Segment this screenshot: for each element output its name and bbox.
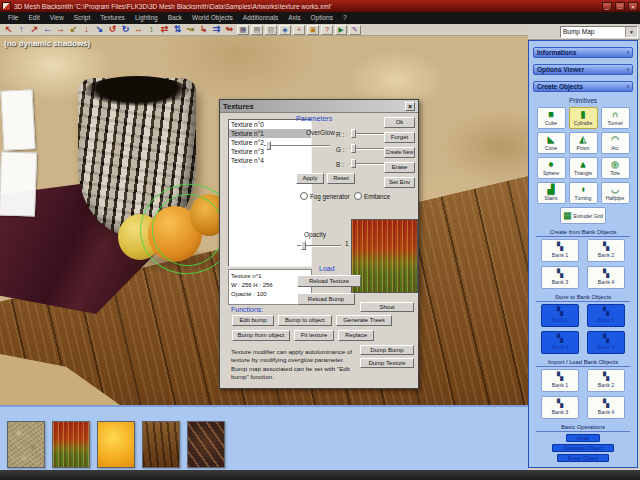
apply-button[interactable]: Apply	[296, 173, 324, 184]
primitive-cone-button[interactable]: ◣ Cone	[537, 132, 566, 154]
emitance-radio[interactable]: Emitance	[354, 192, 390, 200]
primitive-sphere-button[interactable]: ● Sphere	[537, 157, 566, 179]
texture-thumbnail-wood[interactable]	[142, 421, 180, 468]
slider-handle[interactable]	[351, 129, 356, 138]
close-button[interactable]: ×	[628, 2, 638, 11]
erase-button[interactable]: Erase	[384, 162, 415, 173]
primitive-tore-button[interactable]: ◎ Tore	[601, 157, 630, 179]
arrow-up-right-tool[interactable]: ↗	[28, 24, 41, 35]
menu-item[interactable]: View	[45, 12, 69, 24]
arrow-up-tool[interactable]: ↑	[15, 24, 28, 35]
overglow-slider[interactable]	[264, 141, 330, 150]
bank-button[interactable]: ▚ Bank 2	[587, 304, 625, 327]
pan-vertical-tool[interactable]: ↕	[145, 24, 158, 35]
add-button[interactable]: +	[293, 25, 305, 35]
slider-handle[interactable]	[266, 141, 271, 150]
dump-bump-button[interactable]: Dump Bump	[360, 345, 414, 355]
pen-button[interactable]: ✎	[349, 25, 361, 35]
undo-button[interactable]: Undo	[566, 434, 600, 442]
slider-handle[interactable]	[351, 159, 356, 168]
bank-button[interactable]: ▚ Bank 3	[541, 331, 579, 354]
edit-bump-button[interactable]: Edit bump	[232, 315, 274, 326]
fog-generator-radio[interactable]: Fog generator	[300, 192, 350, 200]
primitive-stairs-button[interactable]: ▟ Stairs	[537, 182, 566, 204]
menu-item[interactable]: World Objects	[187, 12, 238, 24]
fit-texture-button[interactable]: Fit texture	[294, 330, 334, 341]
texture-thumbnail-red-green[interactable]	[52, 421, 90, 468]
rotate-cw-tool[interactable]: ↻	[119, 24, 132, 35]
replace-button[interactable]: Replace	[338, 330, 374, 341]
menu-item[interactable]: Script	[69, 12, 96, 24]
chevron-down-icon[interactable]: ▼	[625, 27, 637, 37]
wave-arrow-tool[interactable]: ↝	[184, 24, 197, 35]
arrow-left-tool[interactable]: ←	[41, 24, 54, 35]
bump-to-object-button[interactable]: Bump to object	[278, 315, 332, 326]
arrow-up-left-tool[interactable]: ↖	[2, 24, 15, 35]
arrow-down-right-tool[interactable]: ↘	[93, 24, 106, 35]
bank-button[interactable]: ▚ Bank 4	[587, 266, 625, 289]
menu-item[interactable]: Back	[163, 12, 187, 24]
menu-item[interactable]: Axis	[283, 12, 305, 24]
bump-from-object-button[interactable]: Bump from object	[232, 330, 290, 341]
primitive-arc-button[interactable]: ◠ Arc	[601, 132, 630, 154]
arrow-right-tool[interactable]: →	[54, 24, 67, 35]
extruder-grid-button[interactable]: ▦ Extruder Grid	[560, 207, 606, 224]
swap-horizontal-tool[interactable]: ⇄	[158, 24, 171, 35]
duplicate-object-button[interactable]: Duplicate Object	[552, 444, 614, 452]
layers-button[interactable]: ▧	[265, 25, 277, 35]
rotate-ccw-tool[interactable]: ↺	[106, 24, 119, 35]
slider-handle[interactable]	[351, 144, 356, 153]
reload-texture-button[interactable]: Reload Texture	[297, 275, 361, 287]
orange-box-button[interactable]: ▣	[307, 25, 319, 35]
primitive-cylindre-button[interactable]: ▮ Cylindre	[569, 107, 598, 129]
bank-button[interactable]: ▚ Bank 2	[587, 369, 625, 392]
dialog-titlebar[interactable]: Textures ×	[220, 100, 418, 113]
diamond-button[interactable]: ◈	[279, 25, 291, 35]
texture-list-item[interactable]: Texture n°4	[229, 156, 311, 165]
play-button[interactable]: ▶	[335, 25, 347, 35]
primitive-turning-button[interactable]: ◖ Turning	[569, 182, 598, 204]
reload-bump-button[interactable]: Reload Bump	[297, 293, 355, 305]
texture-list-item[interactable]: Texture n°1	[229, 129, 311, 138]
bank-button[interactable]: ▚ Bank 4	[587, 396, 625, 419]
arrow-down-left-tool[interactable]: ↙	[67, 24, 80, 35]
create-new-button[interactable]: Create New	[384, 147, 415, 158]
texture-thumbnail-metal[interactable]	[187, 421, 225, 468]
section-options-viewer[interactable]: Options Viewer ›	[533, 64, 633, 75]
forget-button[interactable]: Forget	[384, 132, 415, 143]
menu-item[interactable]: Textures	[95, 12, 130, 24]
loop-arrow-tool[interactable]: ↬	[223, 24, 236, 35]
bank-button[interactable]: ▚ Bank 1	[541, 304, 579, 327]
menu-item[interactable]: Additionnals	[238, 12, 283, 24]
generate-trees-button[interactable]: Generate Trees	[336, 315, 392, 326]
minimize-button[interactable]: _	[602, 2, 612, 11]
primitive-cube-button[interactable]: ■ Cube	[537, 107, 566, 129]
texture-thumbnail-sand[interactable]	[7, 421, 45, 468]
bank-button[interactable]: ▚ Bank 4	[587, 331, 625, 354]
erase-object-button[interactable]: Erase Object	[557, 454, 609, 462]
primitive-prism-button[interactable]: ◭ Prism	[569, 132, 598, 154]
swap-vertical-tool[interactable]: ⇅	[171, 24, 184, 35]
bank-button[interactable]: ▚ Bank 3	[541, 396, 579, 419]
primitive-triangle-button[interactable]: ▲ Triangle	[569, 157, 598, 179]
slider-handle[interactable]	[301, 241, 306, 250]
maximize-button[interactable]: □	[615, 2, 625, 11]
help-button[interactable]: ?	[321, 25, 333, 35]
menu-item[interactable]: File	[3, 12, 23, 24]
bank-button[interactable]: ▚ Bank 1	[541, 369, 579, 392]
map-type-select[interactable]: Bump Map ▼	[560, 26, 638, 38]
pan-horizontal-tool[interactable]: ↔	[132, 24, 145, 35]
bank-button[interactable]: ▚ Bank 1	[541, 239, 579, 262]
double-arrow-tool[interactable]: ⇉	[210, 24, 223, 35]
page-button[interactable]: ▤	[251, 25, 263, 35]
texture-thumbnail-yellow[interactable]	[97, 421, 135, 468]
bank-button[interactable]: ▚ Bank 2	[587, 239, 625, 262]
primitive-tunnel-button[interactable]: ∩ Tunnel	[601, 107, 630, 129]
close-icon[interactable]: ×	[405, 102, 415, 111]
window-titlebar[interactable]: 3D Mesh Blacksmith 'C:\Program Files\FLK…	[0, 0, 640, 12]
section-create-objects[interactable]: Create Objects ›	[533, 81, 633, 92]
reset-button[interactable]: Reset	[327, 173, 355, 184]
bank-button[interactable]: ▚ Bank 3	[541, 266, 579, 289]
section-informations[interactable]: Informations ›	[533, 47, 633, 58]
dump-texture-button[interactable]: Dump Texture	[360, 358, 414, 368]
